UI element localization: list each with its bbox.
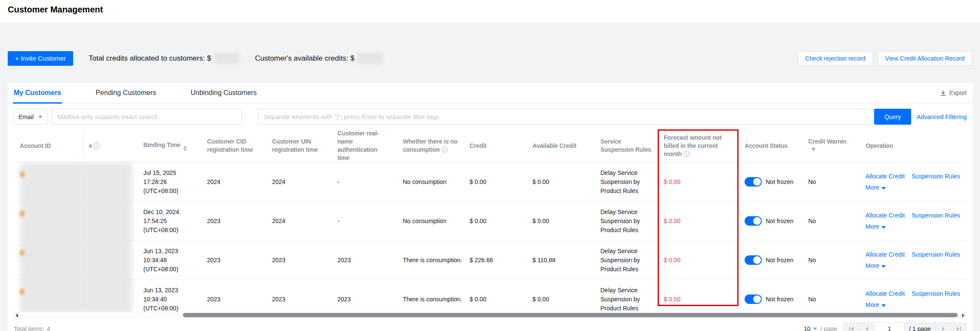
tab-unbinding-customers[interactable]: Unbinding Customers: [191, 83, 257, 103]
scrollbar-thumb[interactable]: [183, 313, 958, 317]
credit-warning-cell: No: [802, 162, 859, 202]
column-header-no-consumption: Whether there is no consumptionⓘ: [397, 129, 464, 162]
forecast-amount-cell: $ 0.00: [658, 202, 739, 241]
column-header-binding-time[interactable]: Binding Time: [137, 129, 201, 162]
available-credits-label: Customer's available credits: $: [255, 54, 354, 63]
allocate-credit-link[interactable]: Allocate Credit: [866, 173, 905, 180]
invite-customer-button[interactable]: + Invite Customer: [8, 51, 73, 66]
available-credit-cell: $ 110.88: [526, 241, 594, 280]
realname-auth-time-cell: -: [331, 162, 397, 202]
chevron-down-icon: [38, 116, 43, 118]
suspension-rules-link[interactable]: Suspension Rules: [912, 251, 960, 258]
consumption-cell: No consumption: [397, 202, 464, 241]
binding-time-cell: Jul 15, 2025 17:28:26(UTC+08:00): [137, 162, 201, 202]
tab-label: Unbinding Customers: [191, 89, 257, 97]
scroll-right-arrow-icon[interactable]: [962, 313, 965, 318]
more-link[interactable]: More: [866, 301, 886, 308]
sort-icon[interactable]: [183, 146, 187, 151]
more-link[interactable]: More: [866, 184, 886, 191]
tab-pending-customers[interactable]: Pending Customers: [96, 83, 156, 103]
available-credit-cell: $ 0.00: [526, 202, 594, 241]
advanced-filtering-link[interactable]: Advanced Filtering: [917, 113, 967, 120]
uin-registration-time-cell: 2023: [266, 241, 331, 280]
horizontal-scrollbar[interactable]: [14, 312, 966, 319]
operation-cell: Allocate Credit Suspension Rules More: [859, 241, 966, 280]
export-button[interactable]: Export: [940, 83, 967, 103]
tab-label: Pending Customers: [96, 89, 156, 97]
info-icon[interactable]: ⓘ: [94, 142, 100, 150]
search-field-value: Email: [19, 113, 34, 120]
realname-auth-time-cell: 2023: [331, 241, 397, 280]
chevron-down-icon: [881, 265, 886, 268]
first-page-button[interactable]: [843, 322, 859, 331]
account-status-label: Not frozen: [766, 178, 794, 187]
page-title: Customer Management: [8, 5, 103, 15]
table-row: Jun 13, 2023 10:34:48(UTC+08:00) 2023 20…: [14, 241, 966, 280]
account-avatar-blur: [20, 172, 24, 177]
uin-registration-time-cell: 2024: [266, 162, 331, 202]
total-credits-label: Total credits allocated to customers: $: [89, 54, 211, 63]
account-avatar-blur: [20, 250, 24, 255]
info-icon[interactable]: ⓘ: [683, 150, 689, 158]
operation-cell: Allocate Credit Suspension Rules More: [859, 202, 966, 241]
binding-time-cell: Dec 10, 2024 17:54:25(UTC+08:00): [137, 202, 201, 241]
download-icon: [940, 90, 946, 96]
column-header-name-truncated: eⓘ: [83, 129, 137, 162]
filter-funnel-icon[interactable]: [811, 147, 816, 152]
total-items-value: 4: [47, 325, 50, 331]
mailbox-search-input[interactable]: [52, 109, 242, 125]
suspension-rules-link[interactable]: Suspension Rules: [912, 212, 960, 219]
check-rejection-record-button[interactable]: Check rejection record: [798, 51, 873, 66]
total-items-label: Total items:: [14, 325, 44, 331]
allocate-credit-link[interactable]: Allocate Credit: [866, 290, 905, 297]
allocate-credit-link[interactable]: Allocate Credit: [866, 212, 905, 219]
page-size-select[interactable]: 10: [804, 325, 817, 331]
column-header-forecast-amount: Forecast amount not billed in the curren…: [658, 129, 739, 162]
more-label: More: [866, 301, 879, 308]
column-header-available-credit: Available Credit: [526, 129, 594, 162]
chevron-down-icon: [813, 328, 817, 330]
forecast-amount-cell: $ 0.00: [658, 162, 739, 202]
column-header-credit-warning[interactable]: Credit Warnin: [802, 129, 859, 162]
tab-bar: My Customers Pending Customers Unbinding…: [8, 83, 973, 104]
customers-card: My Customers Pending Customers Unbinding…: [8, 83, 973, 331]
account-status-toggle[interactable]: [745, 255, 762, 265]
name-redaction-blur: [80, 163, 132, 313]
suspension-rules-cell: Delay Service Suspension by Product Rule…: [594, 202, 658, 241]
keywords-filter-input[interactable]: [258, 109, 873, 125]
view-credit-allocation-record-button[interactable]: View Credit Allocation Record: [878, 51, 972, 66]
available-credit-cell: $ 0.00: [526, 162, 594, 202]
consumption-cell: There is consumption.: [397, 241, 464, 280]
last-page-button[interactable]: [951, 322, 967, 331]
total-pages-label: / 1 page: [904, 322, 936, 331]
scroll-left-arrow-icon[interactable]: [15, 313, 18, 318]
search-field-select[interactable]: Email: [14, 109, 47, 125]
query-button[interactable]: Query: [874, 109, 911, 125]
tab-my-customers[interactable]: My Customers: [14, 83, 61, 103]
next-page-button[interactable]: [935, 322, 951, 331]
total-items: Total items:4: [14, 325, 50, 331]
column-header-operation: Operation: [859, 129, 966, 162]
current-page-input[interactable]: 1: [874, 322, 905, 331]
suspension-rules-link[interactable]: Suspension Rules: [912, 290, 960, 297]
account-status-label: Not frozen: [766, 256, 794, 265]
binding-time-cell: Jun 13, 2023 10:34:48(UTC+08:00): [137, 241, 201, 280]
more-link[interactable]: More: [866, 262, 886, 269]
toolbar: + Invite Customer Total credits allocate…: [8, 51, 972, 66]
table-header-row: Account ID eⓘ Binding Time Customer CID …: [14, 129, 966, 162]
page-size-value: 10: [804, 325, 810, 331]
account-status-toggle[interactable]: [745, 177, 762, 187]
allocate-credit-link[interactable]: Allocate Credit: [866, 251, 905, 258]
info-icon[interactable]: ⓘ: [442, 146, 448, 154]
chevron-down-icon: [881, 187, 886, 190]
more-link[interactable]: More: [866, 223, 886, 230]
previous-page-button[interactable]: [859, 322, 875, 331]
credit-warning-cell: No: [802, 202, 859, 241]
account-status-toggle[interactable]: [745, 294, 762, 304]
suspension-rules-link[interactable]: Suspension Rules: [912, 173, 960, 180]
next-page-icon: [942, 327, 945, 331]
account-status-cell: Not frozen: [739, 241, 802, 280]
cid-registration-time-cell: 2023: [201, 202, 266, 241]
column-header-cid-registration-time: Customer CID registration time: [201, 129, 266, 162]
account-status-toggle[interactable]: [745, 216, 762, 226]
